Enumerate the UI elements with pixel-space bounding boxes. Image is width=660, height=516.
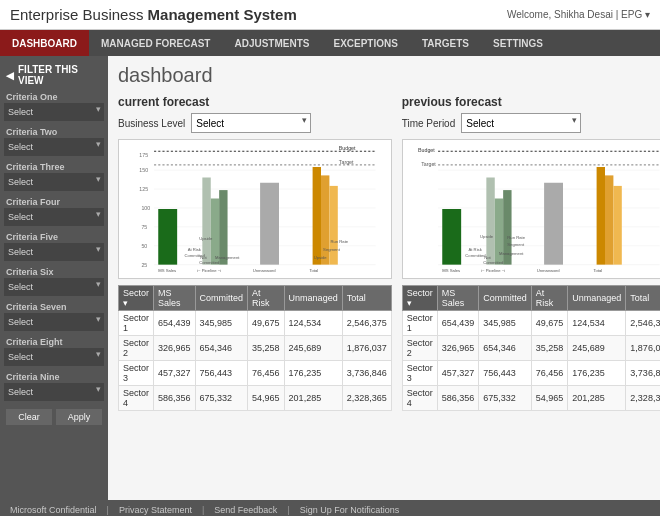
footer-item-0[interactable]: Microsoft Confidential bbox=[10, 505, 97, 515]
nav-item-adjustments[interactable]: ADJUSTMENTS bbox=[222, 30, 321, 56]
clear-button[interactable]: Clear bbox=[6, 409, 52, 425]
footer-item-2[interactable]: Send Feedback bbox=[214, 505, 277, 515]
svg-rect-56 bbox=[486, 178, 494, 265]
time-period-select[interactable]: Select bbox=[461, 113, 581, 133]
svg-text:Segment: Segment bbox=[323, 247, 341, 252]
cell-ms_sales: 326,965 bbox=[437, 336, 479, 361]
previous-table-body: Sector 1654,439345,98549,675124,5342,546… bbox=[402, 311, 660, 411]
nav-item-settings[interactable]: SETTINGS bbox=[481, 30, 555, 56]
cell-unmanaged: 176,235 bbox=[568, 361, 626, 386]
col-header-total: Total bbox=[342, 286, 391, 311]
cell-total: 2,546,375 bbox=[626, 311, 660, 336]
cell-total: 3,736,846 bbox=[342, 361, 391, 386]
footer-item-3[interactable]: Sign Up For Notifications bbox=[300, 505, 400, 515]
cell-committed: 756,443 bbox=[479, 361, 532, 386]
criteria-select-9[interactable]: Select bbox=[4, 383, 104, 401]
criteria-select-wrapper-1: Select bbox=[4, 103, 104, 121]
nav-item-targets[interactable]: TARGETS bbox=[410, 30, 481, 56]
criteria-select-3[interactable]: Select bbox=[4, 173, 104, 191]
svg-text:100: 100 bbox=[141, 205, 150, 211]
col-header-ms-sales: MS Sales bbox=[154, 286, 196, 311]
filter-group-4: Criteria FourSelect bbox=[4, 195, 104, 226]
cell-at_risk: 35,258 bbox=[248, 336, 285, 361]
cell-at_risk: 35,258 bbox=[531, 336, 568, 361]
svg-rect-70 bbox=[613, 186, 621, 265]
svg-text:Management: Management bbox=[215, 255, 240, 260]
table-row: Sector 2326,965654,34635,258245,6891,876… bbox=[119, 336, 392, 361]
apply-button[interactable]: Apply bbox=[56, 409, 102, 425]
cell-sector: Sector 2 bbox=[119, 336, 154, 361]
criteria-select-wrapper-7: Select bbox=[4, 313, 104, 331]
svg-text:Budget: Budget bbox=[418, 147, 435, 153]
filter-group-6: Criteria SixSelect bbox=[4, 265, 104, 296]
criteria-select-wrapper-2: Select bbox=[4, 138, 104, 156]
criteria-select-wrapper-5: Select bbox=[4, 243, 104, 261]
criteria-label-8: Criteria Eight bbox=[4, 335, 104, 348]
svg-rect-21 bbox=[202, 178, 210, 265]
cell-ms_sales: 457,327 bbox=[154, 361, 196, 386]
cell-total: 1,876,037 bbox=[626, 336, 660, 361]
user-info: Welcome, Shikha Desai | EPG ▾ bbox=[507, 9, 650, 20]
svg-rect-68 bbox=[596, 167, 604, 265]
cell-ms_sales: 457,327 bbox=[437, 361, 479, 386]
cell-at_risk: 76,456 bbox=[248, 361, 285, 386]
criteria-label-6: Criteria Six bbox=[4, 265, 104, 278]
prev-col-header-total: Total bbox=[626, 286, 660, 311]
filter-group-9: Criteria NineSelect bbox=[4, 370, 104, 401]
cell-unmanaged: 124,534 bbox=[284, 311, 342, 336]
svg-text:Committed: Committed bbox=[185, 253, 206, 258]
criteria-select-5[interactable]: Select bbox=[4, 243, 104, 261]
cell-total: 1,876,037 bbox=[342, 336, 391, 361]
time-period-label: Time Period bbox=[402, 118, 456, 129]
svg-text:Budget: Budget bbox=[339, 146, 356, 151]
svg-text:125: 125 bbox=[139, 186, 148, 192]
svg-text:150: 150 bbox=[139, 167, 148, 173]
footer: Microsoft Confidential|Privacy Statement… bbox=[0, 500, 660, 516]
app-title: Enterprise Business Management System bbox=[10, 6, 297, 23]
cell-ms_sales: 586,356 bbox=[437, 386, 479, 411]
criteria-label-2: Criteria Two bbox=[4, 125, 104, 138]
previous-forecast-chart: Budget Target MS Sales Actuals i~ Pipeli… bbox=[402, 139, 660, 279]
cell-committed: 345,985 bbox=[195, 311, 248, 336]
filter-title: ◀ FILTER THIS VIEW bbox=[4, 60, 104, 90]
cell-committed: 654,346 bbox=[195, 336, 248, 361]
title-bold: Management System bbox=[148, 6, 297, 23]
current-forecast-svg: 25 50 75 100 125 150 175 bbox=[125, 146, 385, 272]
criteria-label-3: Criteria Three bbox=[4, 160, 104, 173]
criteria-select-7[interactable]: Select bbox=[4, 313, 104, 331]
svg-text:Upside: Upside bbox=[480, 234, 494, 239]
cell-at_risk: 54,965 bbox=[531, 386, 568, 411]
col-header-sector: Sector ▾ bbox=[119, 286, 154, 311]
svg-text:Upside: Upside bbox=[314, 255, 328, 260]
cell-committed: 675,332 bbox=[479, 386, 532, 411]
criteria-select-1[interactable]: Select bbox=[4, 103, 104, 121]
criteria-label-7: Criteria Seven bbox=[4, 300, 104, 313]
criteria-select-wrapper-8: Select bbox=[4, 348, 104, 366]
svg-text:Committed: Committed bbox=[465, 253, 486, 258]
page-title: dashboard bbox=[118, 64, 650, 87]
main-content: dashboard current forecast Business Leve… bbox=[108, 56, 660, 500]
svg-text:At Risk: At Risk bbox=[188, 247, 202, 252]
cell-committed: 654,346 bbox=[479, 336, 532, 361]
time-period-select-wrapper: Select bbox=[461, 113, 581, 133]
col-header-committed: Committed bbox=[195, 286, 248, 311]
current-forecast-title: current forecast bbox=[118, 95, 392, 109]
svg-text:Run Rate: Run Rate bbox=[507, 235, 525, 240]
criteria-select-2[interactable]: Select bbox=[4, 138, 104, 156]
criteria-select-8[interactable]: Select bbox=[4, 348, 104, 366]
nav-item-exceptions[interactable]: EXCEPTIONS bbox=[321, 30, 409, 56]
col-header-at-risk: At Risk bbox=[248, 286, 285, 311]
criteria-select-4[interactable]: Select bbox=[4, 208, 104, 226]
footer-separator: | bbox=[107, 505, 109, 515]
footer-item-1[interactable]: Privacy Statement bbox=[119, 505, 192, 515]
forecast-row: current forecast Business Level Select 2… bbox=[118, 95, 650, 411]
cell-ms_sales: 586,356 bbox=[154, 386, 196, 411]
back-arrow-icon[interactable]: ◀ bbox=[6, 70, 14, 81]
prev-col-header-unmanaged: Unmanaged bbox=[568, 286, 626, 311]
business-level-select[interactable]: Select bbox=[191, 113, 311, 133]
cell-unmanaged: 201,285 bbox=[568, 386, 626, 411]
cell-unmanaged: 245,689 bbox=[284, 336, 342, 361]
criteria-select-6[interactable]: Select bbox=[4, 278, 104, 296]
nav-item-dashboard[interactable]: DASHBOARD bbox=[0, 30, 89, 56]
nav-item-managed-forecast[interactable]: MANAGED FORECAST bbox=[89, 30, 222, 56]
